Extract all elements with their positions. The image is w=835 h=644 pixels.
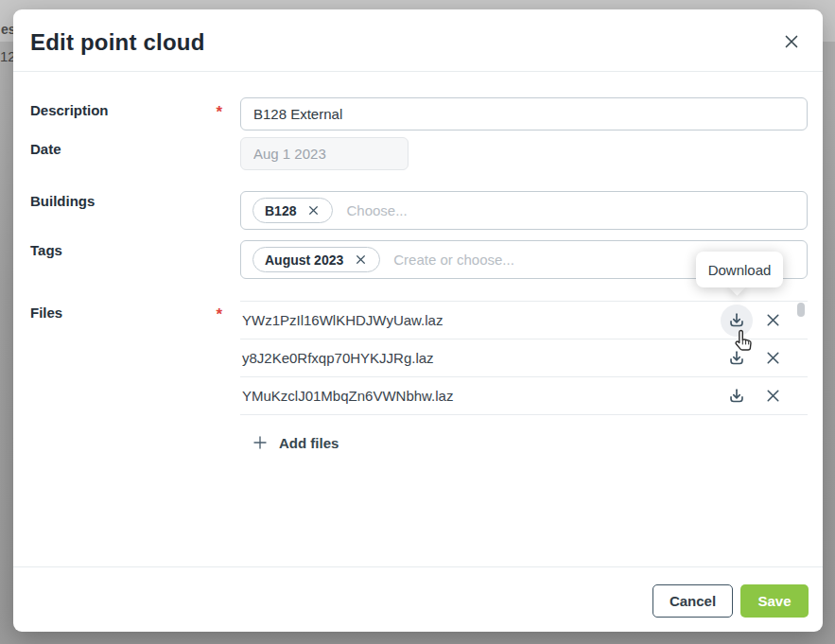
file-name: YWz1PzIl16WlKHDJWyUaw.laz [242,312,443,328]
building-chip-label: B128 [265,203,296,218]
close-button[interactable] [778,28,805,55]
file-name: YMuKzclJ01MbqZn6VWNbhw.laz [242,388,453,404]
cancel-button[interactable]: Cancel [652,584,733,618]
files-list: YWz1PzIl16WlKHDJWyUaw.laz [240,301,808,415]
file-row: YWz1PzIl16WlKHDJWyUaw.laz [240,302,808,339]
tag-chip-remove-button[interactable] [353,252,368,268]
files-label: Files [30,305,62,321]
description-required-asterisk: * [207,103,222,122]
file-name: y8J2Ke0Rfxqp70HYKJJRg.laz [242,350,434,366]
file-row: YMuKzclJ01MbqZn6VWNbhw.laz [240,377,808,415]
dialog-header: Edit point cloud [13,9,823,72]
tag-chip-label: August 2023 [265,252,343,268]
hand-pointer-cursor [729,325,759,356]
description-input[interactable] [240,97,808,131]
remove-file-button[interactable] [760,308,785,333]
files-scrollbar[interactable] [797,302,805,416]
download-tooltip: Download [696,252,783,287]
x-icon [763,386,783,406]
x-icon [763,348,783,368]
building-chip-remove-button[interactable] [305,203,321,218]
save-button[interactable]: Save [740,584,809,618]
file-row: y8J2Ke0Rfxqp70HYKJJRg.laz [240,339,808,377]
buildings-search-input[interactable] [346,202,807,218]
tag-chip: August 2023 [252,247,380,272]
buildings-label: Buildings [30,193,95,209]
add-files-button[interactable]: Add files [252,434,339,451]
edit-point-cloud-dialog: Edit point cloud Description * Date Buil… [13,9,823,632]
files-required-asterisk: * [207,305,222,324]
footer-divider [13,566,823,567]
remove-file-button[interactable] [760,384,785,409]
close-icon [781,31,802,52]
remove-file-button[interactable] [760,346,785,371]
date-label: Date [30,141,61,157]
x-icon [763,310,783,330]
scrollbar-thumb[interactable] [797,303,805,317]
download-file-button[interactable] [724,384,749,409]
building-chip: B128 [252,198,333,223]
add-files-label: Add files [279,435,339,451]
dialog-title: Edit point cloud [30,29,205,56]
tags-label: Tags [30,242,62,258]
date-input[interactable] [240,137,409,170]
x-icon [307,204,320,217]
buildings-select[interactable]: B128 [240,191,808,230]
description-label: Description [30,102,109,118]
plus-icon [252,434,269,451]
download-icon [726,386,747,407]
x-icon [355,253,367,266]
